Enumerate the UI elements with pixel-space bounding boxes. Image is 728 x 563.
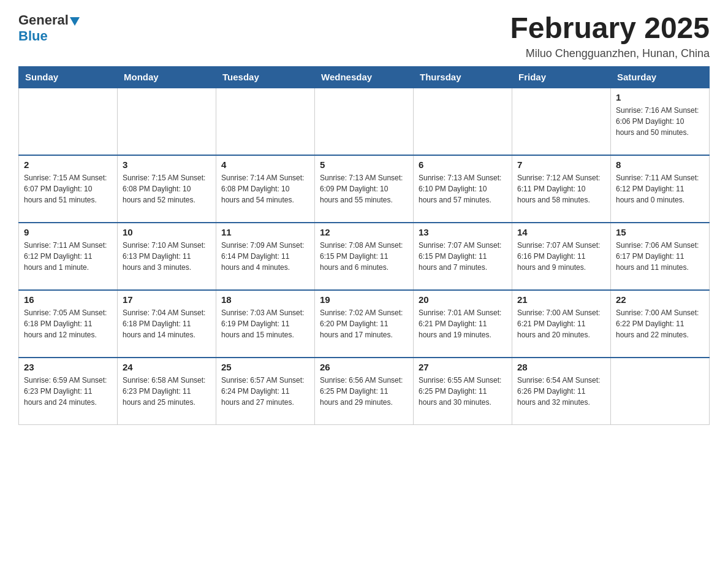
day-number: 3	[123, 159, 211, 170]
calendar-cell: 12Sunrise: 7:08 AM Sunset: 6:15 PM Dayli…	[315, 223, 414, 290]
day-info: Sunrise: 7:15 AM Sunset: 6:07 PM Dayligh…	[24, 172, 112, 205]
day-info: Sunrise: 7:08 AM Sunset: 6:15 PM Dayligh…	[320, 240, 408, 273]
day-info: Sunrise: 7:01 AM Sunset: 6:21 PM Dayligh…	[419, 307, 507, 340]
day-number: 11	[221, 227, 309, 237]
calendar-cell: 10Sunrise: 7:10 AM Sunset: 6:13 PM Dayli…	[118, 223, 216, 290]
calendar-cell: 24Sunrise: 6:58 AM Sunset: 6:23 PM Dayli…	[118, 358, 216, 425]
day-number: 21	[517, 294, 605, 305]
calendar-cell: 9Sunrise: 7:11 AM Sunset: 6:12 PM Daylig…	[19, 223, 118, 290]
calendar-cell: 25Sunrise: 6:57 AM Sunset: 6:24 PM Dayli…	[216, 358, 315, 425]
day-info: Sunrise: 6:59 AM Sunset: 6:23 PM Dayligh…	[24, 375, 112, 408]
day-info: Sunrise: 7:06 AM Sunset: 6:17 PM Dayligh…	[616, 240, 704, 273]
day-number: 13	[419, 227, 507, 237]
weekday-header-sunday: Sunday	[19, 66, 118, 88]
day-info: Sunrise: 6:58 AM Sunset: 6:23 PM Dayligh…	[123, 375, 211, 408]
day-number: 18	[221, 294, 309, 305]
day-number: 10	[123, 227, 211, 237]
day-info: Sunrise: 7:07 AM Sunset: 6:15 PM Dayligh…	[419, 240, 507, 273]
weekday-header-wednesday: Wednesday	[315, 66, 414, 88]
weekday-header-tuesday: Tuesday	[216, 66, 315, 88]
calendar-cell: 1Sunrise: 7:16 AM Sunset: 6:06 PM Daylig…	[611, 88, 710, 155]
calendar-week-4: 16Sunrise: 7:05 AM Sunset: 6:18 PM Dayli…	[19, 290, 710, 358]
calendar-cell	[216, 88, 315, 155]
day-info: Sunrise: 7:02 AM Sunset: 6:20 PM Dayligh…	[320, 307, 408, 340]
day-number: 16	[24, 294, 112, 305]
day-info: Sunrise: 7:15 AM Sunset: 6:08 PM Dayligh…	[123, 172, 211, 205]
calendar-cell: 13Sunrise: 7:07 AM Sunset: 6:15 PM Dayli…	[414, 223, 512, 290]
day-info: Sunrise: 7:05 AM Sunset: 6:18 PM Dayligh…	[24, 307, 112, 340]
day-info: Sunrise: 7:11 AM Sunset: 6:12 PM Dayligh…	[24, 240, 112, 273]
day-number: 27	[419, 362, 507, 372]
calendar-cell: 20Sunrise: 7:01 AM Sunset: 6:21 PM Dayli…	[414, 290, 512, 358]
day-info: Sunrise: 7:00 AM Sunset: 6:21 PM Dayligh…	[517, 307, 605, 340]
day-info: Sunrise: 7:14 AM Sunset: 6:08 PM Dayligh…	[221, 172, 309, 205]
calendar-cell	[118, 88, 216, 155]
day-number: 23	[24, 362, 112, 372]
calendar-cell: 3Sunrise: 7:15 AM Sunset: 6:08 PM Daylig…	[118, 155, 216, 223]
day-number: 4	[221, 159, 309, 170]
title-block: February 2025 Miluo Chengguanzhen, Hunan…	[510, 12, 710, 60]
calendar-cell: 27Sunrise: 6:55 AM Sunset: 6:25 PM Dayli…	[414, 358, 512, 425]
calendar-cell: 5Sunrise: 7:13 AM Sunset: 6:09 PM Daylig…	[315, 155, 414, 223]
svg-marker-0	[70, 17, 80, 26]
logo: General Blue	[18, 12, 82, 44]
calendar-cell: 28Sunrise: 6:54 AM Sunset: 6:26 PM Dayli…	[512, 358, 611, 425]
day-info: Sunrise: 6:55 AM Sunset: 6:25 PM Dayligh…	[419, 375, 507, 408]
calendar-week-1: 1Sunrise: 7:16 AM Sunset: 6:06 PM Daylig…	[19, 88, 710, 155]
day-number: 19	[320, 294, 408, 305]
calendar-cell	[512, 88, 611, 155]
calendar-cell: 23Sunrise: 6:59 AM Sunset: 6:23 PM Dayli…	[19, 358, 118, 425]
day-info: Sunrise: 7:10 AM Sunset: 6:13 PM Dayligh…	[123, 240, 211, 273]
day-info: Sunrise: 7:09 AM Sunset: 6:14 PM Dayligh…	[221, 240, 309, 273]
calendar-cell: 22Sunrise: 7:00 AM Sunset: 6:22 PM Dayli…	[611, 290, 710, 358]
calendar-cell	[19, 88, 118, 155]
day-info: Sunrise: 6:54 AM Sunset: 6:26 PM Dayligh…	[517, 375, 605, 408]
calendar-cell: 16Sunrise: 7:05 AM Sunset: 6:18 PM Dayli…	[19, 290, 118, 358]
day-info: Sunrise: 6:56 AM Sunset: 6:25 PM Dayligh…	[320, 375, 408, 408]
day-number: 26	[320, 362, 408, 372]
calendar-cell: 8Sunrise: 7:11 AM Sunset: 6:12 PM Daylig…	[611, 155, 710, 223]
calendar-cell: 14Sunrise: 7:07 AM Sunset: 6:16 PM Dayli…	[512, 223, 611, 290]
day-number: 7	[517, 159, 605, 170]
calendar-cell: 2Sunrise: 7:15 AM Sunset: 6:07 PM Daylig…	[19, 155, 118, 223]
day-info: Sunrise: 7:11 AM Sunset: 6:12 PM Dayligh…	[616, 172, 704, 205]
day-number: 24	[123, 362, 211, 372]
day-number: 20	[419, 294, 507, 305]
calendar-cell: 11Sunrise: 7:09 AM Sunset: 6:14 PM Dayli…	[216, 223, 315, 290]
calendar-cell	[611, 358, 710, 425]
calendar-table: SundayMondayTuesdayWednesdayThursdayFrid…	[18, 66, 710, 426]
day-number: 22	[616, 294, 704, 305]
calendar-cell	[315, 88, 414, 155]
weekday-header-saturday: Saturday	[611, 66, 710, 88]
day-info: Sunrise: 7:12 AM Sunset: 6:11 PM Dayligh…	[517, 172, 605, 205]
day-number: 14	[517, 227, 605, 237]
weekday-header-thursday: Thursday	[414, 66, 512, 88]
day-info: Sunrise: 7:04 AM Sunset: 6:18 PM Dayligh…	[123, 307, 211, 340]
day-number: 12	[320, 227, 408, 237]
logo-general-text: General	[18, 12, 69, 28]
weekday-header-row: SundayMondayTuesdayWednesdayThursdayFrid…	[19, 66, 710, 88]
calendar-cell: 6Sunrise: 7:13 AM Sunset: 6:10 PM Daylig…	[414, 155, 512, 223]
calendar-cell: 19Sunrise: 7:02 AM Sunset: 6:20 PM Dayli…	[315, 290, 414, 358]
calendar-week-5: 23Sunrise: 6:59 AM Sunset: 6:23 PM Dayli…	[19, 358, 710, 425]
page-header: General Blue February 2025 Miluo Chenggu…	[18, 12, 710, 60]
calendar-week-3: 9Sunrise: 7:11 AM Sunset: 6:12 PM Daylig…	[19, 223, 710, 290]
day-number: 9	[24, 227, 112, 237]
day-number: 8	[616, 159, 704, 170]
calendar-week-2: 2Sunrise: 7:15 AM Sunset: 6:07 PM Daylig…	[19, 155, 710, 223]
day-number: 28	[517, 362, 605, 372]
logo-blue-text: Blue	[18, 28, 48, 44]
day-number: 5	[320, 159, 408, 170]
calendar-cell: 17Sunrise: 7:04 AM Sunset: 6:18 PM Dayli…	[118, 290, 216, 358]
day-number: 2	[24, 159, 112, 170]
day-info: Sunrise: 7:16 AM Sunset: 6:06 PM Dayligh…	[616, 105, 704, 138]
day-number: 17	[123, 294, 211, 305]
calendar-cell: 21Sunrise: 7:00 AM Sunset: 6:21 PM Dayli…	[512, 290, 611, 358]
calendar-cell: 15Sunrise: 7:06 AM Sunset: 6:17 PM Dayli…	[611, 223, 710, 290]
day-number: 1	[616, 92, 704, 102]
day-info: Sunrise: 7:00 AM Sunset: 6:22 PM Dayligh…	[616, 307, 704, 340]
logo-triangle-icon	[70, 15, 82, 27]
day-info: Sunrise: 7:03 AM Sunset: 6:19 PM Dayligh…	[221, 307, 309, 340]
calendar-cell	[414, 88, 512, 155]
day-number: 25	[221, 362, 309, 372]
